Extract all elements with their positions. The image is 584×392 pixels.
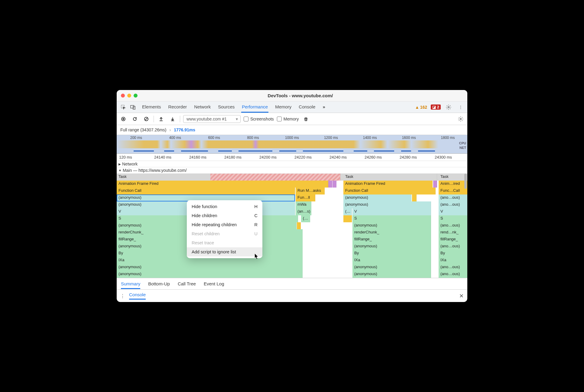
tab-call-tree[interactable]: Call Tree: [178, 281, 196, 286]
settings-icon[interactable]: [444, 103, 453, 111]
flame-entry[interactable]: By: [439, 250, 467, 257]
flame-entry[interactable]: Animation Frame Fired: [343, 181, 433, 188]
flame-entry[interactable]: (ano…ous): [439, 222, 467, 229]
tab-summary[interactable]: Summary: [121, 281, 140, 289]
flame-entry[interactable]: Function Call: [343, 188, 436, 194]
flame-entry-task[interactable]: Task: [439, 174, 467, 181]
ctx-add-ignore-list[interactable]: Add script to ignore list: [187, 247, 262, 256]
flame-entry[interactable]: (anonymous): [117, 264, 303, 271]
flame-entry[interactable]: fillRange_: [352, 236, 431, 243]
errors-badge[interactable]: ◪ 2: [431, 104, 441, 110]
flame-entry[interactable]: rend…nk_: [439, 229, 467, 236]
flame-entry[interactable]: [297, 222, 301, 229]
flame-entry[interactable]: (anonymous): [352, 271, 431, 278]
flame-entry[interactable]: S: [439, 215, 467, 222]
flame-entry[interactable]: By: [352, 250, 431, 257]
record-button[interactable]: [119, 115, 128, 123]
warnings-badge[interactable]: ▲ 162: [415, 105, 427, 110]
flame-entry[interactable]: [333, 181, 336, 188]
drawer-close-icon[interactable]: ✕: [459, 293, 464, 299]
ctx-hide-function[interactable]: Hide functionH: [187, 202, 262, 211]
flame-entry[interactable]: [433, 181, 437, 188]
flame-entry[interactable]: (ano…ous): [439, 201, 467, 208]
flame-entry[interactable]: (ano…ous): [439, 194, 467, 201]
flame-entry[interactable]: fillRange_: [439, 236, 467, 243]
flame-entry[interactable]: Function Call: [117, 188, 295, 194]
tab-recorder[interactable]: Recorder: [168, 102, 188, 113]
scrollbar-thumb[interactable]: [464, 174, 467, 189]
zoom-window-button[interactable]: [134, 94, 138, 98]
network-track-label: Network: [122, 162, 138, 166]
capture-settings-icon[interactable]: [456, 115, 465, 123]
breadcrumb-current[interactable]: 1776.91ms: [174, 127, 195, 132]
flame-entry[interactable]: Fun…ll: [296, 194, 315, 201]
flame-entry[interactable]: (ano…ous): [439, 264, 467, 271]
flame-entry[interactable]: Anim…ired: [439, 181, 467, 188]
tab-sources[interactable]: Sources: [217, 102, 235, 113]
flame-entry[interactable]: (anonymous): [352, 243, 431, 250]
tab-elements[interactable]: Elements: [141, 102, 162, 113]
flame-entry[interactable]: Animation Frame Fired: [117, 181, 328, 188]
main-tabbar: Elements Recorder Network Sources Perfor…: [117, 101, 467, 113]
drawer-menu-icon[interactable]: ⋮: [120, 293, 125, 299]
flame-entry[interactable]: (anonymous): [352, 222, 431, 229]
flame-entry[interactable]: V: [352, 208, 431, 215]
ctx-hide-children[interactable]: Hide childrenC: [187, 211, 262, 220]
flame-entry[interactable]: [343, 215, 352, 222]
performance-toolbar: www.youtube.com #1 Screenshots Memory: [117, 113, 467, 125]
ctx-hide-repeating-children[interactable]: Hide repeating childrenR: [187, 220, 262, 229]
flame-entry[interactable]: (…: [343, 208, 352, 215]
flame-entry[interactable]: Run M…asks: [296, 188, 325, 194]
tab-memory[interactable]: Memory: [274, 102, 292, 113]
device-toolbar-icon[interactable]: [129, 103, 137, 111]
tab-console[interactable]: Console: [298, 102, 316, 113]
tab-network[interactable]: Network: [193, 102, 211, 113]
devtools-window: DevTools - www.youtube.com/ Elements Rec…: [117, 90, 467, 302]
breadcrumb-full-range[interactable]: Full range (34307.26ms): [120, 127, 167, 132]
kebab-menu-icon[interactable]: ⋮: [456, 103, 465, 111]
ctx-reset-trace: Reset trace: [187, 238, 262, 247]
cpu-overview-graph: [117, 140, 455, 148]
flame-entry[interactable]: renderChunk_: [352, 229, 431, 236]
download-profile-icon[interactable]: [168, 115, 177, 123]
screenshots-checkbox[interactable]: Screenshots: [244, 117, 274, 121]
timeline-overview[interactable]: 200 ms 400 ms 600 ms 800 ms 1000 ms 1200…: [117, 135, 467, 154]
flame-entry[interactable]: mWa: [296, 201, 311, 208]
flame-entry[interactable]: (an…s): [296, 208, 311, 215]
flame-entry[interactable]: [328, 181, 332, 188]
flame-entry[interactable]: (…: [301, 215, 310, 222]
flame-entry[interactable]: IXa: [439, 257, 467, 264]
flame-chart[interactable]: Task Task Task Animation Frame Fired Fun…: [117, 174, 467, 278]
flame-entry[interactable]: (anonymous): [343, 201, 431, 208]
upload-profile-icon[interactable]: [157, 115, 165, 123]
flame-entry[interactable]: (ano…ous): [439, 271, 467, 278]
ruler-tick: 24240 ms: [327, 155, 362, 159]
flame-entry[interactable]: (anonymous): [117, 271, 303, 278]
clear-button[interactable]: [142, 115, 151, 123]
close-window-button[interactable]: [121, 94, 125, 98]
flame-entry[interactable]: [412, 194, 417, 201]
more-tabs-button[interactable]: »: [322, 102, 326, 113]
flame-entry[interactable]: (anonymous): [343, 194, 411, 201]
flame-entry[interactable]: S: [352, 215, 431, 222]
network-track-header[interactable]: ▶Network: [117, 161, 467, 167]
profile-select[interactable]: www.youtube.com #1: [183, 115, 241, 123]
inspect-element-icon[interactable]: [119, 103, 128, 111]
ruler-tick: 24200 ms: [257, 155, 292, 159]
ov-tick: 1600 ms: [389, 136, 428, 140]
flame-entry[interactable]: V: [439, 208, 467, 215]
tab-event-log[interactable]: Event Log: [204, 281, 224, 286]
memory-checkbox[interactable]: Memory: [277, 117, 299, 121]
flame-entry[interactable]: (anonymous): [352, 264, 431, 271]
main-track-header[interactable]: ▼Main — https://www.youtube.com/: [117, 167, 467, 174]
tab-performance[interactable]: Performance: [241, 102, 268, 113]
flame-entry[interactable]: IXa: [352, 257, 431, 264]
reload-record-button[interactable]: [131, 115, 139, 123]
gc-icon[interactable]: [302, 115, 310, 123]
flame-entry[interactable]: (ano…ous): [439, 243, 467, 250]
flame-entry[interactable]: Func…Call: [439, 188, 467, 194]
minimize-window-button[interactable]: [127, 94, 131, 98]
tab-bottom-up[interactable]: Bottom-Up: [148, 281, 170, 286]
flame-entry-task[interactable]: Task: [343, 174, 437, 181]
drawer-tab-console[interactable]: Console: [129, 292, 146, 300]
